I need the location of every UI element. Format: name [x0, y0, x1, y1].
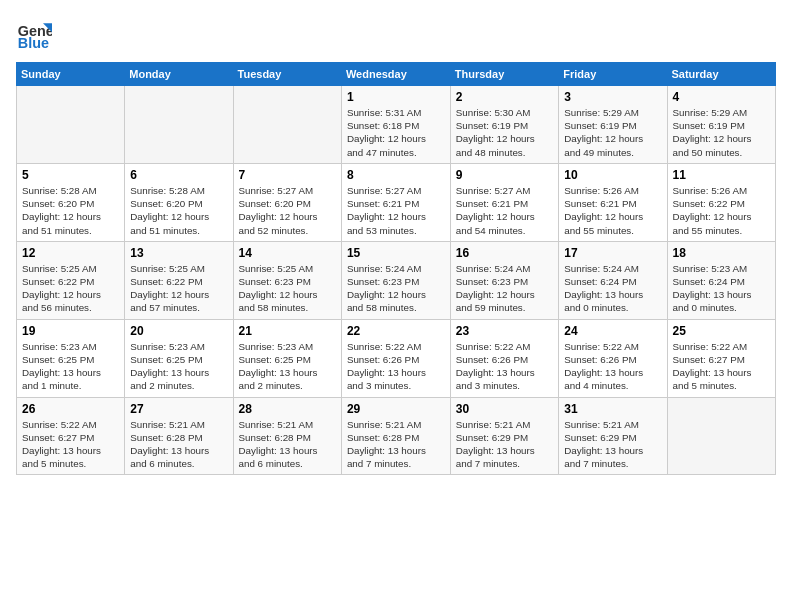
calendar-week-row: 5Sunrise: 5:28 AM Sunset: 6:20 PM Daylig…: [17, 163, 776, 241]
calendar-cell: 5Sunrise: 5:28 AM Sunset: 6:20 PM Daylig…: [17, 163, 125, 241]
day-number: 10: [564, 168, 661, 182]
day-number: 2: [456, 90, 554, 104]
calendar-cell: 9Sunrise: 5:27 AM Sunset: 6:21 PM Daylig…: [450, 163, 559, 241]
day-info: Sunrise: 5:22 AM Sunset: 6:26 PM Dayligh…: [564, 340, 661, 393]
calendar-table: SundayMondayTuesdayWednesdayThursdayFrid…: [16, 62, 776, 475]
day-info: Sunrise: 5:25 AM Sunset: 6:22 PM Dayligh…: [22, 262, 119, 315]
calendar-cell: 14Sunrise: 5:25 AM Sunset: 6:23 PM Dayli…: [233, 241, 341, 319]
calendar-cell: 4Sunrise: 5:29 AM Sunset: 6:19 PM Daylig…: [667, 86, 776, 164]
day-info: Sunrise: 5:30 AM Sunset: 6:19 PM Dayligh…: [456, 106, 554, 159]
calendar-cell: 11Sunrise: 5:26 AM Sunset: 6:22 PM Dayli…: [667, 163, 776, 241]
calendar-cell: 29Sunrise: 5:21 AM Sunset: 6:28 PM Dayli…: [341, 397, 450, 475]
day-number: 1: [347, 90, 445, 104]
day-number: 9: [456, 168, 554, 182]
calendar-cell: [125, 86, 233, 164]
day-number: 24: [564, 324, 661, 338]
day-number: 11: [673, 168, 771, 182]
calendar-cell: 12Sunrise: 5:25 AM Sunset: 6:22 PM Dayli…: [17, 241, 125, 319]
page-header: General Blue: [16, 16, 776, 52]
calendar-cell: 27Sunrise: 5:21 AM Sunset: 6:28 PM Dayli…: [125, 397, 233, 475]
day-number: 13: [130, 246, 227, 260]
calendar-cell: [233, 86, 341, 164]
day-number: 25: [673, 324, 771, 338]
calendar-cell: 19Sunrise: 5:23 AM Sunset: 6:25 PM Dayli…: [17, 319, 125, 397]
day-info: Sunrise: 5:27 AM Sunset: 6:20 PM Dayligh…: [239, 184, 336, 237]
day-info: Sunrise: 5:23 AM Sunset: 6:25 PM Dayligh…: [22, 340, 119, 393]
day-number: 17: [564, 246, 661, 260]
calendar-cell: 28Sunrise: 5:21 AM Sunset: 6:28 PM Dayli…: [233, 397, 341, 475]
calendar-cell: 18Sunrise: 5:23 AM Sunset: 6:24 PM Dayli…: [667, 241, 776, 319]
logo: General Blue: [16, 16, 52, 52]
calendar-cell: [667, 397, 776, 475]
day-of-week-header: Friday: [559, 63, 667, 86]
day-number: 18: [673, 246, 771, 260]
day-number: 20: [130, 324, 227, 338]
day-of-week-header: Monday: [125, 63, 233, 86]
calendar-cell: 22Sunrise: 5:22 AM Sunset: 6:26 PM Dayli…: [341, 319, 450, 397]
day-info: Sunrise: 5:27 AM Sunset: 6:21 PM Dayligh…: [456, 184, 554, 237]
day-number: 16: [456, 246, 554, 260]
day-number: 30: [456, 402, 554, 416]
calendar-cell: 13Sunrise: 5:25 AM Sunset: 6:22 PM Dayli…: [125, 241, 233, 319]
day-info: Sunrise: 5:25 AM Sunset: 6:22 PM Dayligh…: [130, 262, 227, 315]
calendar-week-row: 26Sunrise: 5:22 AM Sunset: 6:27 PM Dayli…: [17, 397, 776, 475]
calendar-cell: 31Sunrise: 5:21 AM Sunset: 6:29 PM Dayli…: [559, 397, 667, 475]
day-of-week-header: Tuesday: [233, 63, 341, 86]
calendar-cell: 10Sunrise: 5:26 AM Sunset: 6:21 PM Dayli…: [559, 163, 667, 241]
day-number: 28: [239, 402, 336, 416]
day-number: 14: [239, 246, 336, 260]
day-of-week-header: Sunday: [17, 63, 125, 86]
day-info: Sunrise: 5:23 AM Sunset: 6:25 PM Dayligh…: [130, 340, 227, 393]
calendar-cell: 23Sunrise: 5:22 AM Sunset: 6:26 PM Dayli…: [450, 319, 559, 397]
calendar-cell: 16Sunrise: 5:24 AM Sunset: 6:23 PM Dayli…: [450, 241, 559, 319]
calendar-week-row: 19Sunrise: 5:23 AM Sunset: 6:25 PM Dayli…: [17, 319, 776, 397]
day-number: 3: [564, 90, 661, 104]
day-number: 26: [22, 402, 119, 416]
calendar-cell: 20Sunrise: 5:23 AM Sunset: 6:25 PM Dayli…: [125, 319, 233, 397]
calendar-cell: [17, 86, 125, 164]
day-of-week-header: Thursday: [450, 63, 559, 86]
day-info: Sunrise: 5:24 AM Sunset: 6:23 PM Dayligh…: [347, 262, 445, 315]
day-info: Sunrise: 5:24 AM Sunset: 6:23 PM Dayligh…: [456, 262, 554, 315]
calendar-cell: 2Sunrise: 5:30 AM Sunset: 6:19 PM Daylig…: [450, 86, 559, 164]
day-number: 29: [347, 402, 445, 416]
day-info: Sunrise: 5:31 AM Sunset: 6:18 PM Dayligh…: [347, 106, 445, 159]
day-info: Sunrise: 5:22 AM Sunset: 6:26 PM Dayligh…: [347, 340, 445, 393]
day-of-week-header: Saturday: [667, 63, 776, 86]
day-number: 4: [673, 90, 771, 104]
svg-text:Blue: Blue: [18, 35, 49, 51]
calendar-cell: 7Sunrise: 5:27 AM Sunset: 6:20 PM Daylig…: [233, 163, 341, 241]
day-info: Sunrise: 5:21 AM Sunset: 6:28 PM Dayligh…: [347, 418, 445, 471]
day-info: Sunrise: 5:25 AM Sunset: 6:23 PM Dayligh…: [239, 262, 336, 315]
day-info: Sunrise: 5:21 AM Sunset: 6:28 PM Dayligh…: [130, 418, 227, 471]
calendar-cell: 17Sunrise: 5:24 AM Sunset: 6:24 PM Dayli…: [559, 241, 667, 319]
day-info: Sunrise: 5:21 AM Sunset: 6:28 PM Dayligh…: [239, 418, 336, 471]
day-number: 23: [456, 324, 554, 338]
logo-icon: General Blue: [16, 16, 52, 52]
calendar-cell: 30Sunrise: 5:21 AM Sunset: 6:29 PM Dayli…: [450, 397, 559, 475]
day-info: Sunrise: 5:23 AM Sunset: 6:24 PM Dayligh…: [673, 262, 771, 315]
day-number: 5: [22, 168, 119, 182]
day-number: 6: [130, 168, 227, 182]
day-number: 7: [239, 168, 336, 182]
day-info: Sunrise: 5:29 AM Sunset: 6:19 PM Dayligh…: [564, 106, 661, 159]
day-number: 21: [239, 324, 336, 338]
day-info: Sunrise: 5:26 AM Sunset: 6:22 PM Dayligh…: [673, 184, 771, 237]
calendar-cell: 25Sunrise: 5:22 AM Sunset: 6:27 PM Dayli…: [667, 319, 776, 397]
calendar-cell: 15Sunrise: 5:24 AM Sunset: 6:23 PM Dayli…: [341, 241, 450, 319]
day-number: 8: [347, 168, 445, 182]
calendar-cell: 21Sunrise: 5:23 AM Sunset: 6:25 PM Dayli…: [233, 319, 341, 397]
day-info: Sunrise: 5:23 AM Sunset: 6:25 PM Dayligh…: [239, 340, 336, 393]
day-info: Sunrise: 5:22 AM Sunset: 6:27 PM Dayligh…: [673, 340, 771, 393]
day-number: 19: [22, 324, 119, 338]
day-number: 22: [347, 324, 445, 338]
day-number: 27: [130, 402, 227, 416]
calendar-cell: 24Sunrise: 5:22 AM Sunset: 6:26 PM Dayli…: [559, 319, 667, 397]
day-of-week-header: Wednesday: [341, 63, 450, 86]
day-info: Sunrise: 5:24 AM Sunset: 6:24 PM Dayligh…: [564, 262, 661, 315]
day-info: Sunrise: 5:29 AM Sunset: 6:19 PM Dayligh…: [673, 106, 771, 159]
day-info: Sunrise: 5:28 AM Sunset: 6:20 PM Dayligh…: [22, 184, 119, 237]
day-number: 12: [22, 246, 119, 260]
day-info: Sunrise: 5:27 AM Sunset: 6:21 PM Dayligh…: [347, 184, 445, 237]
calendar-week-row: 1Sunrise: 5:31 AM Sunset: 6:18 PM Daylig…: [17, 86, 776, 164]
